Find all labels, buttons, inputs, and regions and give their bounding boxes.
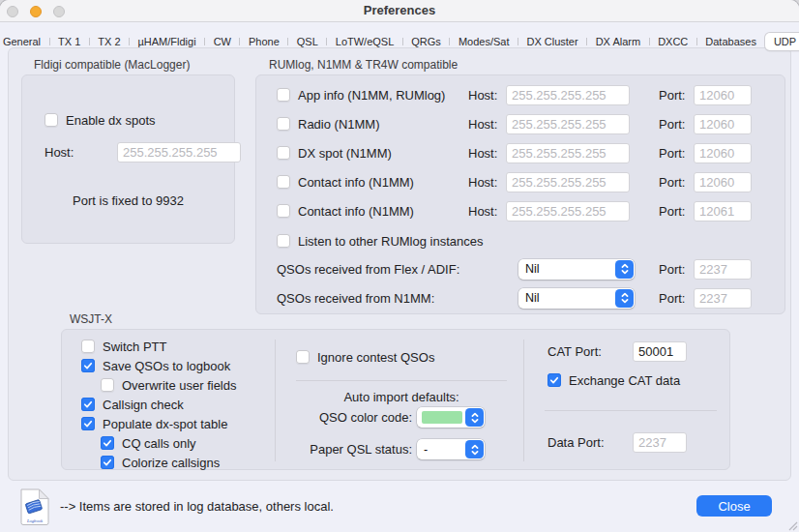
cq-calls-only-label: CQ calls only — [122, 436, 196, 451]
qso-color-code-row: QSO color code: — [296, 407, 485, 428]
host-label: Host: — [468, 117, 497, 132]
overwrite-user-fields-row: Overwrite user fields — [101, 375, 236, 395]
app-info-checkbox[interactable] — [277, 88, 290, 102]
ignore-contest-checkbox[interactable] — [296, 350, 310, 364]
tab-dxcc[interactable]: DXCC — [649, 33, 696, 50]
footer-note: --> Items are stored in log database, ot… — [60, 499, 334, 514]
port-label: Port: — [659, 146, 685, 161]
tab-dx-cluster[interactable]: DX Cluster — [518, 33, 586, 50]
radio-host-input[interactable] — [506, 114, 630, 134]
populate-dx-spot-row: Populate dx-spot table — [81, 414, 227, 433]
overwrite-user-fields-checkbox[interactable] — [101, 378, 114, 392]
qso-n1mm-dropdown-value: Nil — [518, 291, 614, 305]
host-label: Host: — [468, 146, 497, 161]
switch-ptt-checkbox[interactable] — [81, 340, 95, 353]
cat-port-input[interactable] — [633, 341, 687, 362]
qso-flex-adif-port-input[interactable] — [694, 259, 752, 280]
overwrite-user-fields-label: Overwrite user fields — [122, 378, 236, 393]
tab-cw[interactable]: CW — [205, 33, 240, 50]
port-label: Port: — [659, 204, 685, 219]
contact-info-2-port-input[interactable] — [694, 201, 752, 222]
port-label: Port: — [659, 117, 685, 132]
qso-n1mm-dropdown[interactable]: Nil — [518, 288, 635, 309]
save-qsos-row: Save QSOs to logbook — [81, 356, 230, 375]
tab-uham-fldigi[interactable]: µHAM/Fldigi — [130, 33, 205, 50]
fldigi-host-input[interactable] — [117, 142, 241, 163]
qso-flex-adif-row: QSOs received from Flex / ADIF: Nil Port… — [277, 258, 773, 280]
qso-flex-adif-dropdown-value: Nil — [518, 262, 614, 276]
switch-ptt-label: Switch PTT — [103, 340, 166, 354]
exchange-cat-row: Exchange CAT data — [547, 370, 680, 390]
cq-calls-only-checkbox[interactable] — [101, 436, 114, 450]
qso-flex-adif-label: QSOs received from Flex / ADIF: — [277, 262, 459, 277]
chevron-up-down-icon — [615, 260, 634, 279]
tab-general[interactable]: General — [0, 33, 49, 50]
port-label: Port: — [659, 291, 685, 306]
rumlog-row-contact-info-1: Contact info (N1MM) Host: Port: — [277, 171, 773, 192]
listen-rumlog-label: Listen to other RUMlog instances — [298, 234, 483, 249]
radio-label: Radio (N1MM) — [298, 117, 380, 132]
logbook-icon-caption: Logbook — [26, 518, 44, 523]
data-port-input[interactable] — [633, 432, 687, 453]
fldigi-group-box: Enable dx spots Host: Port is fixed to 9… — [21, 74, 235, 244]
chevron-up-down-icon — [465, 408, 484, 427]
populate-dx-spot-checkbox[interactable] — [81, 417, 95, 430]
cq-calls-only-row: CQ calls only — [101, 433, 196, 453]
contact-info-2-checkbox[interactable] — [277, 204, 290, 218]
tab-phone[interactable]: Phone — [240, 33, 288, 50]
contact-info-1-checkbox[interactable] — [277, 175, 290, 189]
tab-udp[interactable]: UDP — [765, 33, 799, 50]
host-label: Host: — [468, 88, 497, 103]
tab-tx1[interactable]: TX 1 — [49, 33, 89, 50]
data-port-divider — [545, 410, 717, 411]
contact-info-1-label: Contact info (N1MM) — [298, 175, 414, 190]
listen-rumlog-checkbox[interactable] — [277, 234, 290, 248]
contact-info-1-port-input[interactable] — [694, 172, 752, 192]
tab-dx-alarm[interactable]: DX Alarm — [587, 33, 649, 50]
qso-color-swatch — [422, 411, 462, 424]
save-qsos-checkbox[interactable] — [81, 359, 95, 372]
resize-grip[interactable] — [786, 519, 798, 531]
tab-qsl[interactable]: QSL — [288, 33, 327, 50]
app-info-port-input[interactable] — [694, 85, 752, 105]
populate-dx-spot-label: Populate dx-spot table — [103, 417, 227, 431]
fldigi-group-title: Fldigi compatible (MacLogger) — [34, 58, 190, 72]
tab-tx2[interactable]: TX 2 — [89, 33, 129, 50]
app-info-host-input[interactable] — [506, 85, 630, 105]
paper-qsl-status-dropdown[interactable]: - — [417, 439, 485, 459]
qso-flex-adif-dropdown[interactable]: Nil — [518, 259, 635, 280]
contact-info-2-host-input[interactable] — [506, 201, 630, 222]
enable-dx-spots-checkbox[interactable] — [44, 113, 58, 127]
exchange-cat-checkbox[interactable] — [547, 373, 561, 387]
cat-port-row: CAT Port: — [547, 341, 602, 362]
contact-info-2-label: Contact info (N1MM) — [298, 204, 414, 219]
dx-spot-host-input[interactable] — [506, 143, 630, 163]
tab-lotw-eqsl[interactable]: LoTW/eQSL — [327, 33, 403, 50]
paper-qsl-status-row: Paper QSL status: - — [296, 439, 485, 459]
qso-color-code-dropdown[interactable] — [417, 407, 485, 428]
dx-spot-port-input[interactable] — [694, 143, 752, 163]
rumlog-row-contact-info-2: Contact info (N1MM) Host: Port: — [277, 200, 773, 222]
tab-databases[interactable]: Databases — [696, 33, 765, 50]
rumlog-group-box: App info (N1MM, RUMlog) Host: Port: Radi… — [255, 74, 785, 314]
tab-qrgs[interactable]: QRGs — [402, 33, 450, 50]
qso-n1mm-label: QSOs received from N1MM: — [277, 291, 434, 306]
port-label: Port: — [659, 88, 685, 103]
preferences-tab-bar: General TX 1 TX 2 µHAM/Fldigi CW Phone Q… — [0, 32, 799, 51]
dx-spot-checkbox[interactable] — [277, 146, 290, 160]
colorize-callsigns-checkbox[interactable] — [101, 456, 114, 469]
chevron-up-down-icon — [465, 440, 484, 458]
qso-n1mm-port-input[interactable] — [694, 288, 752, 309]
contact-info-1-host-input[interactable] — [506, 172, 630, 192]
radio-port-input[interactable] — [694, 114, 752, 134]
close-button[interactable]: Close — [696, 495, 772, 517]
tab-modes-sat[interactable]: Modes/Sat — [450, 33, 518, 50]
radio-checkbox[interactable] — [277, 117, 290, 131]
host-label: Host: — [468, 175, 497, 190]
rumlog-row-app-info: App info (N1MM, RUMlog) Host: Port: — [277, 84, 773, 105]
rumlog-row-dx-spot: DX spot (N1MM) Host: Port: — [277, 142, 773, 163]
colorize-callsigns-row: Colorize callsigns — [101, 453, 220, 472]
rumlog-group-title: RUMlog, N1MM & TR4W compatible — [269, 58, 458, 72]
ignore-contest-label: Ignore contest QSOs — [317, 350, 434, 365]
callsign-check-checkbox[interactable] — [81, 398, 95, 411]
